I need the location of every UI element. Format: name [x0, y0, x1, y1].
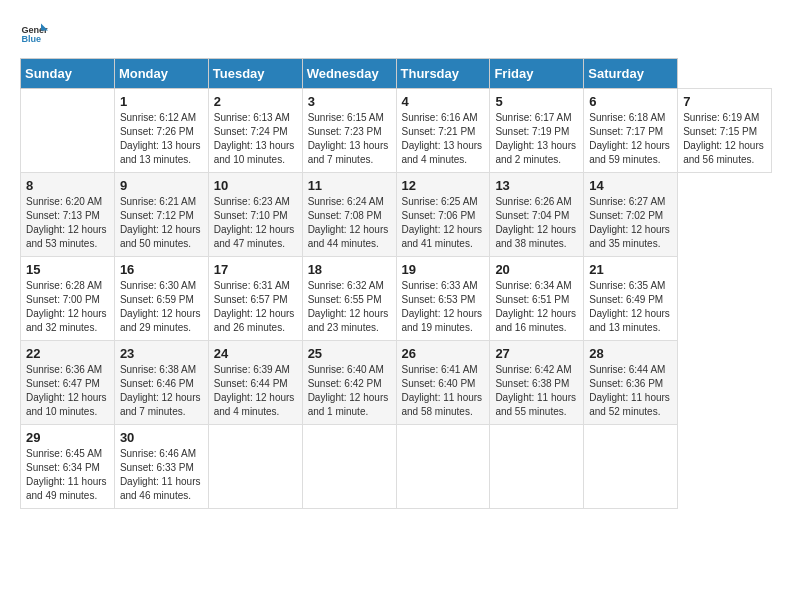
calendar-cell	[490, 425, 584, 509]
day-number: 8	[26, 178, 109, 193]
day-number: 19	[402, 262, 485, 277]
calendar-cell: 5Sunrise: 6:17 AMSunset: 7:19 PMDaylight…	[490, 89, 584, 173]
calendar-cell: 14Sunrise: 6:27 AMSunset: 7:02 PMDayligh…	[584, 173, 678, 257]
page-header: General Blue	[20, 20, 772, 48]
day-number: 14	[589, 178, 672, 193]
cell-content: Sunrise: 6:16 AMSunset: 7:21 PMDaylight:…	[402, 112, 483, 165]
cell-content: Sunrise: 6:33 AMSunset: 6:53 PMDaylight:…	[402, 280, 483, 333]
day-number: 21	[589, 262, 672, 277]
cell-content: Sunrise: 6:13 AMSunset: 7:24 PMDaylight:…	[214, 112, 295, 165]
cell-content: Sunrise: 6:42 AMSunset: 6:38 PMDaylight:…	[495, 364, 576, 417]
calendar-cell	[302, 425, 396, 509]
cell-content: Sunrise: 6:46 AMSunset: 6:33 PMDaylight:…	[120, 448, 201, 501]
day-number: 15	[26, 262, 109, 277]
day-number: 16	[120, 262, 203, 277]
calendar-table: SundayMondayTuesdayWednesdayThursdayFrid…	[20, 58, 772, 509]
day-number: 23	[120, 346, 203, 361]
day-number: 29	[26, 430, 109, 445]
calendar-cell: 9Sunrise: 6:21 AMSunset: 7:12 PMDaylight…	[114, 173, 208, 257]
day-number: 18	[308, 262, 391, 277]
header-wednesday: Wednesday	[302, 59, 396, 89]
cell-content: Sunrise: 6:35 AMSunset: 6:49 PMDaylight:…	[589, 280, 670, 333]
week-row-4: 22Sunrise: 6:36 AMSunset: 6:47 PMDayligh…	[21, 341, 772, 425]
calendar-cell: 2Sunrise: 6:13 AMSunset: 7:24 PMDaylight…	[208, 89, 302, 173]
week-row-3: 15Sunrise: 6:28 AMSunset: 7:00 PMDayligh…	[21, 257, 772, 341]
cell-content: Sunrise: 6:44 AMSunset: 6:36 PMDaylight:…	[589, 364, 670, 417]
calendar-cell: 17Sunrise: 6:31 AMSunset: 6:57 PMDayligh…	[208, 257, 302, 341]
calendar-cell: 1Sunrise: 6:12 AMSunset: 7:26 PMDaylight…	[114, 89, 208, 173]
cell-content: Sunrise: 6:20 AMSunset: 7:13 PMDaylight:…	[26, 196, 107, 249]
cell-content: Sunrise: 6:45 AMSunset: 6:34 PMDaylight:…	[26, 448, 107, 501]
header-friday: Friday	[490, 59, 584, 89]
day-number: 4	[402, 94, 485, 109]
calendar-cell: 21Sunrise: 6:35 AMSunset: 6:49 PMDayligh…	[584, 257, 678, 341]
calendar-cell: 4Sunrise: 6:16 AMSunset: 7:21 PMDaylight…	[396, 89, 490, 173]
calendar-cell: 6Sunrise: 6:18 AMSunset: 7:17 PMDaylight…	[584, 89, 678, 173]
day-number: 12	[402, 178, 485, 193]
cell-content: Sunrise: 6:40 AMSunset: 6:42 PMDaylight:…	[308, 364, 389, 417]
cell-content: Sunrise: 6:30 AMSunset: 6:59 PMDaylight:…	[120, 280, 201, 333]
day-number: 11	[308, 178, 391, 193]
calendar-cell: 10Sunrise: 6:23 AMSunset: 7:10 PMDayligh…	[208, 173, 302, 257]
calendar-cell: 28Sunrise: 6:44 AMSunset: 6:36 PMDayligh…	[584, 341, 678, 425]
calendar-header: SundayMondayTuesdayWednesdayThursdayFrid…	[21, 59, 772, 89]
calendar-cell	[208, 425, 302, 509]
calendar-cell: 19Sunrise: 6:33 AMSunset: 6:53 PMDayligh…	[396, 257, 490, 341]
cell-content: Sunrise: 6:36 AMSunset: 6:47 PMDaylight:…	[26, 364, 107, 417]
calendar-body: 1Sunrise: 6:12 AMSunset: 7:26 PMDaylight…	[21, 89, 772, 509]
cell-content: Sunrise: 6:21 AMSunset: 7:12 PMDaylight:…	[120, 196, 201, 249]
cell-content: Sunrise: 6:38 AMSunset: 6:46 PMDaylight:…	[120, 364, 201, 417]
calendar-cell: 27Sunrise: 6:42 AMSunset: 6:38 PMDayligh…	[490, 341, 584, 425]
svg-text:Blue: Blue	[21, 34, 41, 44]
header-row: SundayMondayTuesdayWednesdayThursdayFrid…	[21, 59, 772, 89]
cell-content: Sunrise: 6:39 AMSunset: 6:44 PMDaylight:…	[214, 364, 295, 417]
day-number: 28	[589, 346, 672, 361]
cell-content: Sunrise: 6:26 AMSunset: 7:04 PMDaylight:…	[495, 196, 576, 249]
cell-content: Sunrise: 6:12 AMSunset: 7:26 PMDaylight:…	[120, 112, 201, 165]
header-tuesday: Tuesday	[208, 59, 302, 89]
header-thursday: Thursday	[396, 59, 490, 89]
calendar-cell: 3Sunrise: 6:15 AMSunset: 7:23 PMDaylight…	[302, 89, 396, 173]
cell-content: Sunrise: 6:18 AMSunset: 7:17 PMDaylight:…	[589, 112, 670, 165]
calendar-cell	[584, 425, 678, 509]
calendar-cell: 12Sunrise: 6:25 AMSunset: 7:06 PMDayligh…	[396, 173, 490, 257]
day-number: 3	[308, 94, 391, 109]
day-number: 22	[26, 346, 109, 361]
calendar-cell: 22Sunrise: 6:36 AMSunset: 6:47 PMDayligh…	[21, 341, 115, 425]
cell-content: Sunrise: 6:27 AMSunset: 7:02 PMDaylight:…	[589, 196, 670, 249]
cell-content: Sunrise: 6:31 AMSunset: 6:57 PMDaylight:…	[214, 280, 295, 333]
cell-content: Sunrise: 6:17 AMSunset: 7:19 PMDaylight:…	[495, 112, 576, 165]
calendar-cell: 23Sunrise: 6:38 AMSunset: 6:46 PMDayligh…	[114, 341, 208, 425]
calendar-cell: 26Sunrise: 6:41 AMSunset: 6:40 PMDayligh…	[396, 341, 490, 425]
day-number: 27	[495, 346, 578, 361]
day-number: 10	[214, 178, 297, 193]
calendar-cell: 15Sunrise: 6:28 AMSunset: 7:00 PMDayligh…	[21, 257, 115, 341]
header-sunday: Sunday	[21, 59, 115, 89]
day-number: 24	[214, 346, 297, 361]
header-saturday: Saturday	[584, 59, 678, 89]
day-number: 5	[495, 94, 578, 109]
calendar-cell: 29Sunrise: 6:45 AMSunset: 6:34 PMDayligh…	[21, 425, 115, 509]
day-number: 1	[120, 94, 203, 109]
calendar-cell: 20Sunrise: 6:34 AMSunset: 6:51 PMDayligh…	[490, 257, 584, 341]
logo: General Blue	[20, 20, 48, 48]
calendar-cell	[396, 425, 490, 509]
cell-content: Sunrise: 6:24 AMSunset: 7:08 PMDaylight:…	[308, 196, 389, 249]
header-monday: Monday	[114, 59, 208, 89]
day-number: 25	[308, 346, 391, 361]
cell-content: Sunrise: 6:34 AMSunset: 6:51 PMDaylight:…	[495, 280, 576, 333]
day-number: 20	[495, 262, 578, 277]
day-number: 26	[402, 346, 485, 361]
cell-content: Sunrise: 6:19 AMSunset: 7:15 PMDaylight:…	[683, 112, 764, 165]
calendar-cell: 24Sunrise: 6:39 AMSunset: 6:44 PMDayligh…	[208, 341, 302, 425]
cell-content: Sunrise: 6:41 AMSunset: 6:40 PMDaylight:…	[402, 364, 483, 417]
week-row-1: 1Sunrise: 6:12 AMSunset: 7:26 PMDaylight…	[21, 89, 772, 173]
cell-content: Sunrise: 6:32 AMSunset: 6:55 PMDaylight:…	[308, 280, 389, 333]
calendar-cell: 18Sunrise: 6:32 AMSunset: 6:55 PMDayligh…	[302, 257, 396, 341]
cell-content: Sunrise: 6:28 AMSunset: 7:00 PMDaylight:…	[26, 280, 107, 333]
week-row-2: 8Sunrise: 6:20 AMSunset: 7:13 PMDaylight…	[21, 173, 772, 257]
week-row-5: 29Sunrise: 6:45 AMSunset: 6:34 PMDayligh…	[21, 425, 772, 509]
cell-content: Sunrise: 6:15 AMSunset: 7:23 PMDaylight:…	[308, 112, 389, 165]
day-number: 2	[214, 94, 297, 109]
day-number: 17	[214, 262, 297, 277]
